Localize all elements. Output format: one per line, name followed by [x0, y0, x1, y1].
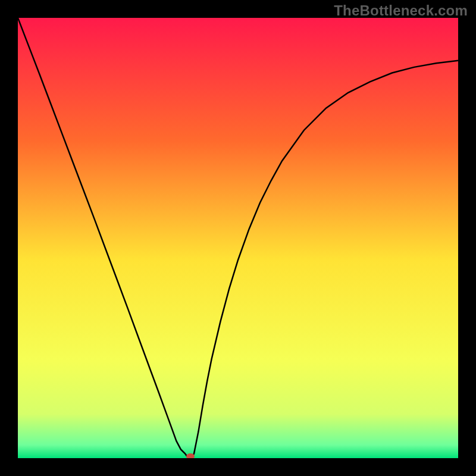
watermark-text: TheBottleneck.com: [334, 2, 468, 19]
chart-svg: [18, 18, 458, 458]
plot-area: [18, 18, 458, 458]
gradient-background: [18, 18, 458, 458]
plot-inner: [18, 18, 458, 458]
chart-frame: TheBottleneck.com: [0, 0, 476, 476]
